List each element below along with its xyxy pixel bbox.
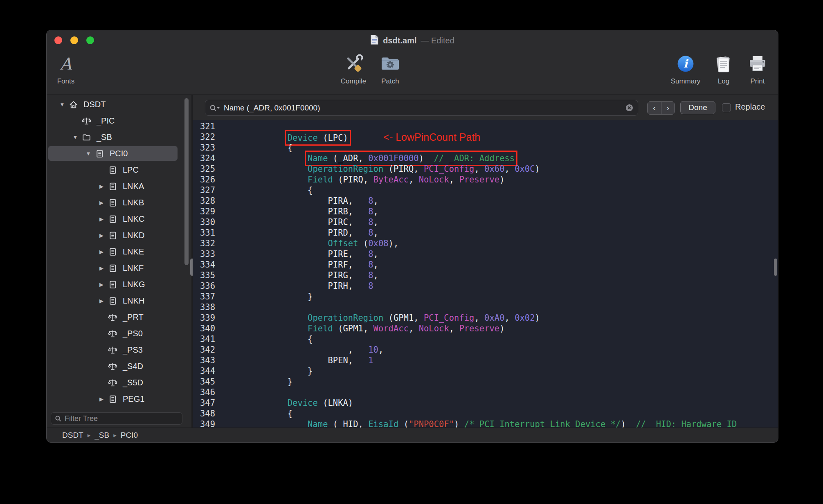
- filter-tree-field[interactable]: [51, 412, 182, 425]
- sidebar-item-peg1[interactable]: ▶PEG1: [47, 391, 191, 407]
- sidebar-item-lnka[interactable]: ▶LNKA: [47, 178, 191, 194]
- line-number: 349: [193, 419, 215, 428]
- code-line: 346: [193, 387, 778, 398]
- code-line: 340 Field (GPM1, WordAcc, NoLock, Preser…: [193, 323, 778, 334]
- find-field[interactable]: [205, 100, 638, 116]
- device-icon: [108, 231, 120, 240]
- disclosure-triangle-icon[interactable]: ▶: [95, 200, 108, 206]
- line-number: 323: [193, 142, 215, 153]
- code-token: }: [247, 366, 313, 376]
- disclosure-triangle-icon[interactable]: ▶: [95, 183, 108, 189]
- find-navigation: ‹ ›: [647, 101, 675, 115]
- breadcrumb-item[interactable]: PCI0: [121, 431, 138, 440]
- code-line-content: Name (_ADR, 0x001F0000) // _ADR: Address: [247, 153, 515, 164]
- method-icon: [108, 378, 120, 387]
- code-token: 8: [368, 249, 373, 259]
- line-number: 348: [193, 408, 215, 419]
- sidebar-item-sb[interactable]: ▼_SB: [47, 129, 191, 145]
- sidebar-item-dsdt[interactable]: ▼DSDT: [47, 96, 191, 112]
- annotation-text: <- LowPinCount Path: [383, 131, 480, 143]
- code-line: 325 OperationRegion (PIRQ, PCI_Config, 0…: [193, 164, 778, 174]
- sidebar-item-lnkb[interactable]: ▶LNKB: [47, 194, 191, 211]
- sidebar-item-pci0[interactable]: ▼PCI0: [47, 145, 191, 162]
- sidebar-item-lnkc[interactable]: ▶LNKC: [47, 211, 191, 227]
- line-number: 330: [193, 217, 215, 227]
- code-editor[interactable]: 321322 Device (LPC) <- LowPinCount Path3…: [193, 120, 778, 428]
- sidebar-item-prt[interactable]: _PRT: [47, 309, 191, 325]
- breadcrumb-separator-icon: ▸: [113, 432, 117, 439]
- folder-icon: [82, 133, 94, 142]
- disclosure-triangle-icon[interactable]: ▶: [95, 281, 108, 288]
- sidebar-item-lpc[interactable]: LPC: [47, 162, 191, 178]
- done-button[interactable]: Done: [680, 101, 715, 114]
- disclosure-triangle-icon[interactable]: ▶: [95, 265, 108, 271]
- code-token: [247, 324, 308, 333]
- code-token: (: [398, 419, 409, 428]
- code-line-content: {: [247, 334, 313, 344]
- clear-search-button[interactable]: [625, 104, 634, 112]
- fonts-label: Fonts: [57, 77, 75, 86]
- sidebar-item-ps0[interactable]: _PS0: [47, 325, 191, 342]
- code-line-content: OperationRegion (PIRQ, PCI_Config, 0x60,…: [247, 164, 540, 174]
- next-match-button[interactable]: ›: [661, 102, 675, 114]
- sidebar-item-lnkg[interactable]: ▶LNKG: [47, 276, 191, 292]
- code-token: ,: [449, 324, 459, 333]
- method-icon: [108, 329, 120, 338]
- sidebar-item-s5d[interactable]: _S5D: [47, 374, 191, 391]
- sidebar-item-pic[interactable]: _PIC: [47, 112, 191, 129]
- line-number: 334: [193, 259, 215, 270]
- print-button[interactable]: Print: [742, 53, 773, 86]
- sidebar-item-lnkf[interactable]: ▶LNKF: [47, 260, 191, 276]
- code-token: ByteAcc: [373, 175, 409, 184]
- filter-tree-input[interactable]: [65, 414, 178, 423]
- code-token: BPEN,: [247, 356, 368, 365]
- code-line: 344 }: [193, 366, 778, 376]
- code-token: NoLock: [419, 175, 449, 184]
- replace-checkbox[interactable]: [722, 103, 731, 112]
- annotation-box: Device (LPC): [288, 133, 348, 143]
- breadcrumb-item[interactable]: DSDT: [62, 431, 83, 440]
- sidebar-item-lnke[interactable]: ▶LNKE: [47, 243, 191, 260]
- editor-scrollbar[interactable]: [774, 259, 777, 276]
- search-menu-icon[interactable]: [209, 104, 220, 112]
- sidebar-scrollbar[interactable]: [184, 98, 189, 265]
- breadcrumb: DSDT▸_SB▸PCI0: [62, 431, 138, 440]
- patch-button[interactable]: Patch: [374, 53, 407, 86]
- code-token: [348, 133, 383, 143]
- line-number: 342: [193, 344, 215, 355]
- disclosure-triangle-icon[interactable]: ▶: [95, 298, 108, 304]
- disclosure-triangle-icon[interactable]: ▶: [95, 396, 108, 402]
- disclosure-triangle-icon[interactable]: ▼: [56, 101, 69, 108]
- line-number: 340: [193, 323, 215, 334]
- disclosure-triangle-icon[interactable]: ▶: [95, 232, 108, 239]
- disclosure-triangle-icon[interactable]: ▶: [95, 249, 108, 255]
- code-line-content: Offset (0x08),: [247, 238, 398, 249]
- code-line: 326 Field (PIRQ, ByteAcc, NoLock, Preser…: [193, 174, 778, 185]
- code-token: 0x0C: [515, 164, 535, 174]
- editor-pane: ‹ › Done Replace 321322 Device (LPC) <- …: [193, 95, 778, 428]
- code-token: {: [247, 334, 313, 344]
- fonts-button[interactable]: A Fonts: [51, 53, 81, 86]
- previous-match-button[interactable]: ‹: [648, 102, 661, 114]
- find-input[interactable]: [224, 104, 621, 112]
- disclosure-triangle-icon[interactable]: ▼: [82, 151, 95, 157]
- code-token: [247, 239, 328, 248]
- breadcrumb-item[interactable]: _SB: [94, 431, 109, 440]
- code-token: ): [499, 324, 504, 333]
- code-line-content: Name (_HID, EisaId ("PNP0C0F") /* PCI In…: [247, 419, 737, 428]
- sidebar-item-ps3[interactable]: _PS3: [47, 342, 191, 358]
- disclosure-triangle-icon[interactable]: ▶: [95, 216, 108, 222]
- sidebar-item-s4d[interactable]: _S4D: [47, 358, 191, 374]
- compile-button[interactable]: Compile: [337, 53, 370, 86]
- breadcrumb-separator-icon: ▸: [88, 432, 91, 439]
- device-icon: [95, 149, 107, 158]
- sidebar-item-lnkd[interactable]: ▶LNKD: [47, 227, 191, 243]
- log-button[interactable]: Log: [709, 53, 738, 86]
- summary-button[interactable]: i Summary: [668, 53, 703, 86]
- tree-item-label: _PRT: [123, 313, 144, 322]
- document-proxy-icon[interactable]: [370, 34, 379, 47]
- sidebar-item-lnkh[interactable]: ▶LNKH: [47, 292, 191, 309]
- disclosure-triangle-icon[interactable]: ▼: [69, 134, 82, 140]
- code-line: 343 BPEN, 1: [193, 355, 778, 366]
- device-icon: [108, 165, 120, 175]
